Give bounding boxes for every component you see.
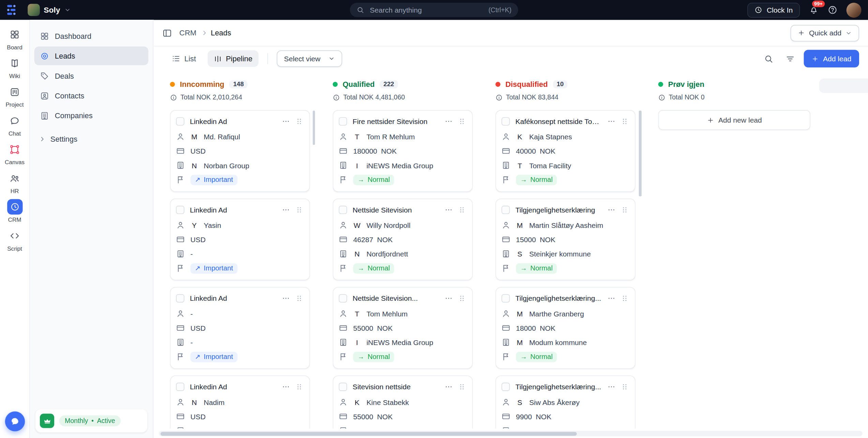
clock-in-button[interactable]: Clock In <box>747 2 800 17</box>
column-title: Inncomming <box>180 80 224 88</box>
card-checkbox[interactable] <box>502 205 510 214</box>
breadcrumb-crm[interactable]: CRM <box>179 29 196 37</box>
card-checkbox[interactable] <box>502 382 510 391</box>
priority-arrow-icon: → <box>520 265 527 271</box>
quick-add-button[interactable]: Quick add <box>791 25 859 41</box>
global-search[interactable]: (Ctrl+K) <box>350 3 518 17</box>
notifications-button[interactable]: 99+ <box>809 5 819 15</box>
sidebar-item-leads[interactable]: Leads <box>34 46 148 65</box>
drag-handle-icon[interactable] <box>621 383 628 390</box>
plus-icon <box>707 116 714 124</box>
card-checkbox[interactable] <box>176 294 184 302</box>
select-view-dropdown[interactable]: Select view <box>277 50 342 67</box>
scrollbar-thumb[interactable] <box>161 432 577 435</box>
card-checkbox[interactable] <box>176 205 184 214</box>
rail-item-crm[interactable]: CRM <box>1 199 28 223</box>
sidebar-item-deals[interactable]: Deals <box>34 66 148 85</box>
drag-handle-icon[interactable] <box>621 118 628 125</box>
lead-card[interactable]: Sitevision nettside K Kine Stabekk 55000… <box>333 375 473 428</box>
subscription-card[interactable]: Monthly • Active <box>35 409 147 433</box>
sidebar-item-settings[interactable]: Settings <box>34 129 148 148</box>
lead-card[interactable]: Kafékonsept nettside Tom... K Kaja Stapn… <box>495 110 635 192</box>
sidebar-item-contacts[interactable]: Contacts <box>34 86 148 105</box>
card-menu-icon[interactable] <box>282 117 290 125</box>
workspace-avatar <box>28 4 40 16</box>
drag-handle-icon[interactable] <box>296 206 303 213</box>
list-view-label: List <box>184 54 196 63</box>
card-checkbox[interactable] <box>502 117 510 125</box>
card-checkbox[interactable] <box>339 382 347 391</box>
rail-item-wiki[interactable]: Wiki <box>1 55 28 79</box>
rail-item-board[interactable]: Board <box>1 27 28 50</box>
lead-card[interactable]: Linkedin Ad - USD - ↗ Important <box>170 287 310 369</box>
drag-handle-icon[interactable] <box>296 118 303 125</box>
horizontal-scrollbar[interactable] <box>159 431 863 436</box>
company-name: iNEWS Media Group <box>366 161 433 169</box>
column-scrollbar-thumb[interactable] <box>313 111 315 145</box>
card-header: Nettside Sitevision... <box>339 292 466 304</box>
rail-item-script[interactable]: Script <box>1 228 28 252</box>
search-input[interactable] <box>369 5 484 15</box>
add-lead-button[interactable]: Add lead <box>804 50 859 67</box>
lead-card[interactable]: Fire nettsider Sitevision T Tom R Mehlum… <box>333 110 473 192</box>
filter-icon[interactable] <box>785 54 795 63</box>
lead-card[interactable]: Linkedin Ad N Nadim USD <box>170 375 310 428</box>
soly-logo-icon[interactable] <box>6 4 20 15</box>
lead-card[interactable]: Tilgjengelighetserklæring... S Siw Abs Å… <box>495 375 635 428</box>
card-header: Linkedin Ad <box>176 204 303 216</box>
drag-handle-icon[interactable] <box>458 295 465 302</box>
card-checkbox[interactable] <box>339 205 347 214</box>
card-menu-icon[interactable] <box>607 294 615 302</box>
drag-handle-icon[interactable] <box>621 295 628 302</box>
add-new-lead-button[interactable]: Add new lead <box>658 110 811 130</box>
lead-card[interactable]: Linkedin Ad Y Yasin USD - ↗ Important <box>170 199 310 280</box>
person-icon <box>176 132 185 141</box>
drag-handle-icon[interactable] <box>621 206 628 213</box>
card-menu-icon[interactable] <box>607 205 615 214</box>
card-menu-icon[interactable] <box>445 117 453 125</box>
rail-item-canvas[interactable]: Canvas <box>1 142 28 166</box>
chat-fab-button[interactable] <box>5 411 25 431</box>
card-menu-icon[interactable] <box>282 382 290 391</box>
card-checkbox[interactable] <box>502 294 510 302</box>
board-search-icon[interactable] <box>764 54 773 63</box>
rail-item-chat[interactable]: Chat <box>1 113 28 137</box>
card-checkbox[interactable] <box>176 382 184 391</box>
card-checkbox[interactable] <box>339 294 347 302</box>
rail-item-hr[interactable]: HR <box>1 170 28 194</box>
sidebar-item-dashboard[interactable]: Dashboard <box>34 27 148 45</box>
card-menu-icon[interactable] <box>445 382 453 391</box>
search-shortcut: (Ctrl+K) <box>489 6 512 14</box>
user-avatar[interactable] <box>847 2 862 17</box>
collapse-sidebar-icon[interactable] <box>162 28 172 38</box>
card-menu-icon[interactable] <box>282 294 290 302</box>
company-initial: N <box>353 250 361 258</box>
drag-handle-icon[interactable] <box>458 383 465 390</box>
workspace-switcher[interactable]: Soly <box>28 4 71 16</box>
pipeline-view-button[interactable]: Pipeline <box>208 50 258 67</box>
card-title: Linkedin Ad <box>190 382 276 391</box>
card-menu-icon[interactable] <box>607 117 615 125</box>
card-checkbox[interactable] <box>176 117 184 125</box>
priority-arrow-icon: ↗ <box>195 354 200 360</box>
card-menu-icon[interactable] <box>607 382 615 391</box>
help-button[interactable] <box>827 5 837 15</box>
drag-handle-icon[interactable] <box>296 295 303 302</box>
rail-item-project[interactable]: Project <box>1 84 28 108</box>
drag-handle-icon[interactable] <box>458 206 465 213</box>
list-view-button[interactable]: List <box>165 50 202 67</box>
lead-card[interactable]: Linkedin Ad M Md. Rafiqul USD N Norban G… <box>170 110 310 192</box>
card-priority-row: ↗ Important <box>176 173 303 187</box>
card-menu-icon[interactable] <box>282 205 290 214</box>
lead-card[interactable]: Nettside Sitevision... T Tom Mehlum 5500… <box>333 287 473 369</box>
column-scrollbar-thumb[interactable] <box>639 111 642 197</box>
drag-handle-icon[interactable] <box>296 383 303 390</box>
lead-card[interactable]: Tilgjengelighetserklæring... M Marthe Gr… <box>495 287 635 369</box>
card-menu-icon[interactable] <box>445 294 453 302</box>
card-menu-icon[interactable] <box>445 205 453 214</box>
card-checkbox[interactable] <box>339 117 347 125</box>
lead-card[interactable]: Tilgjengelighetserklæring M Martin Slått… <box>495 199 635 280</box>
drag-handle-icon[interactable] <box>458 118 465 125</box>
sidebar-item-companies[interactable]: Companies <box>34 106 148 125</box>
lead-card[interactable]: Nettside Sitevision W Willy Nordpoll 462… <box>333 199 473 280</box>
